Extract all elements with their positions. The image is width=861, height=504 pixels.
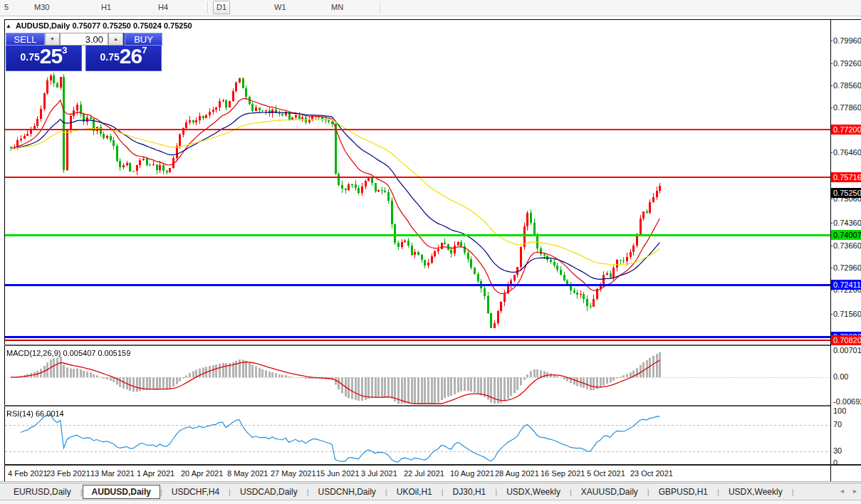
- date-label: 27 May 2021: [271, 469, 316, 478]
- date-axis: 4 Feb 202123 Feb 202113 Mar 20211 Apr 20…: [0, 467, 861, 481]
- date-label: 4 Feb 2021: [8, 469, 48, 478]
- date-label: 5 Oct 2021: [587, 469, 625, 478]
- rsi-value: 66.0014: [36, 409, 64, 418]
- timeframe-button-H1[interactable]: H1: [98, 1, 114, 14]
- chart-tab-usdcnh-daily[interactable]: USDCNH,Daily: [309, 485, 385, 498]
- tab-scroll-left-icon[interactable]: ◂: [840, 487, 844, 495]
- hline-0.70820[interactable]: [5, 340, 830, 341]
- indicator-axis-label: 0.00: [833, 372, 848, 381]
- price-badge-0.77200: 0.77200: [831, 125, 861, 135]
- volume-increase-button[interactable]: ▲: [108, 33, 123, 46]
- date-label: 16 Sep 2021: [541, 469, 585, 478]
- chart-tab-audusd-daily[interactable]: AUDUSD,Daily: [83, 485, 160, 499]
- price-axis-label: 0.79260: [833, 59, 861, 68]
- rsi-indicator-canvas[interactable]: [5, 407, 830, 464]
- chart-tab-usdcad-daily[interactable]: USDCAD,Daily: [231, 485, 307, 498]
- timeframe-button-W1[interactable]: W1: [271, 1, 289, 14]
- macd-main-value: 0.005407: [63, 349, 95, 357]
- hline-0.70926[interactable]: [5, 336, 830, 338]
- timeframe-button-H4[interactable]: H4: [155, 1, 171, 14]
- date-axis-divider: [4, 464, 861, 466]
- macd-panel-divider: [4, 345, 830, 346]
- hline-0.77200[interactable]: [5, 129, 830, 130]
- hline-0.74007[interactable]: [5, 234, 830, 236]
- ohlc-close: 0.75250: [164, 21, 192, 30]
- chart-tab-xauusd-daily[interactable]: XAUUSD,Daily: [572, 485, 647, 498]
- date-label: 20 Apr 2021: [181, 469, 223, 478]
- indicator-axis-label: 70: [833, 420, 842, 429]
- buy-price: 0.75267: [86, 44, 161, 68]
- chart-tab-gbpusd-h1[interactable]: GBPUSD,H1: [649, 485, 717, 498]
- indicator-axis-label: 0: [833, 458, 837, 467]
- date-label: 1 Apr 2021: [137, 469, 174, 478]
- price-axis-label: 0.73660: [833, 241, 861, 250]
- price-badge-0.72411: 0.72411: [831, 280, 861, 290]
- price-axis-label: 0.71560: [833, 310, 861, 318]
- macd-label: MACD(12,26,9): [6, 349, 61, 357]
- date-label: 13 Mar 2021: [90, 469, 135, 478]
- chart-title: ▲AUDUSD,Daily 0.75077 0.75250 0.75024 0.…: [6, 21, 192, 30]
- timeframe-button-D1[interactable]: D1: [213, 1, 230, 14]
- rsi-caption: RSI(14) 66.0014: [6, 409, 64, 418]
- price-badge-0.70820: 0.70820: [831, 335, 861, 345]
- timeframe-button-5[interactable]: 5: [1, 1, 11, 14]
- hline-0.75716[interactable]: [5, 177, 830, 178]
- tab-scroll-right-icon[interactable]: ▸: [853, 487, 857, 495]
- toolbar-separator: [380, 1, 381, 14]
- date-label: 23 Feb 2021: [46, 469, 90, 478]
- sell-price: 0.75253: [6, 44, 81, 68]
- chart-tab-bar: EURUSD,Daily|AUDUSD,Daily|USDCHF,H4|USDC…: [0, 483, 861, 500]
- hline-0.72411[interactable]: [5, 284, 830, 286]
- price-axis-label: 0.74360: [833, 219, 861, 227]
- price-badge-0.74007: 0.74007: [831, 230, 861, 240]
- indicator-axis-label: 30: [833, 446, 842, 455]
- indicator-axis-label: 100: [833, 406, 846, 415]
- chart-tab-usdchf-h4[interactable]: USDCHF,H4: [162, 485, 229, 498]
- indicator-axis-label: -0.006923: [833, 397, 861, 406]
- tab-divider: |: [792, 488, 794, 496]
- chart-tab-eurusd-daily[interactable]: EURUSD,Daily: [4, 485, 80, 498]
- status-strip: [0, 500, 861, 504]
- date-label: 10 Aug 2021: [450, 469, 494, 478]
- volume-decrease-button[interactable]: ▼: [45, 33, 60, 46]
- price-axis-label: 0.72960: [833, 263, 861, 272]
- chart-tab-dj30-h1[interactable]: DJ30,H1: [444, 485, 496, 498]
- ohlc-high: 0.75250: [103, 21, 131, 30]
- indicator-axis-label: 0.007015: [833, 346, 861, 355]
- one-click-trade-panel: 0.75253 0.75267 SELL ▼ ▲ BUY: [6, 31, 162, 71]
- rsi-label: RSI(14): [6, 409, 33, 418]
- buy-button[interactable]: BUY: [125, 33, 162, 46]
- price-axis-label: 0.79960: [833, 36, 861, 45]
- chart-tab-usdx-weekly[interactable]: USDX,Weekly: [719, 485, 792, 498]
- ohlc-low: 0.75024: [133, 21, 162, 30]
- rsi-panel-divider: [4, 405, 830, 406]
- macd-caption: MACD(12,26,9) 0.005407 0.005159: [6, 349, 130, 357]
- collapse-panel-icon[interactable]: ▲: [6, 23, 11, 29]
- symbol-title: AUDUSD,Daily: [16, 21, 70, 30]
- price-badge-0.75716: 0.75716: [831, 172, 861, 182]
- timeframe-toolbar: 5M30H1H4D1W1MN: [0, 0, 861, 16]
- price-axis: 0.799600.792600.785600.778600.764600.750…: [831, 17, 861, 483]
- date-label: 23 Oct 2021: [630, 469, 673, 478]
- chart-bottom-border: [0, 481, 861, 482]
- date-label: 22 Jul 2021: [404, 469, 444, 478]
- date-label: 8 May 2021: [227, 469, 268, 478]
- timeframe-button-MN[interactable]: MN: [328, 1, 346, 14]
- volume-input[interactable]: [60, 33, 108, 46]
- date-label: 15 Jun 2021: [316, 469, 360, 478]
- macd-signal-value: 0.005159: [98, 349, 130, 357]
- price-axis-label: 0.78560: [833, 81, 861, 90]
- date-label: 28 Aug 2021: [495, 469, 539, 478]
- sell-button[interactable]: SELL: [6, 33, 45, 46]
- toolbar-separator: [207, 1, 209, 14]
- chart-window: ▲AUDUSD,Daily 0.75077 0.75250 0.75024 0.…: [0, 17, 861, 483]
- chart-tab-ukoil-h1[interactable]: UKOil,H1: [387, 485, 442, 498]
- timeframe-button-M30[interactable]: M30: [31, 1, 52, 14]
- chart-tab-usdx-weekly[interactable]: USDX,Weekly: [497, 485, 570, 498]
- date-label: 3 Jul 2021: [361, 469, 397, 478]
- current-price-badge: 0.75250: [831, 188, 861, 198]
- price-axis-label: 0.77860: [833, 103, 861, 112]
- price-axis-label: 0.76460: [833, 148, 861, 157]
- ohlc-open: 0.75077: [72, 21, 100, 30]
